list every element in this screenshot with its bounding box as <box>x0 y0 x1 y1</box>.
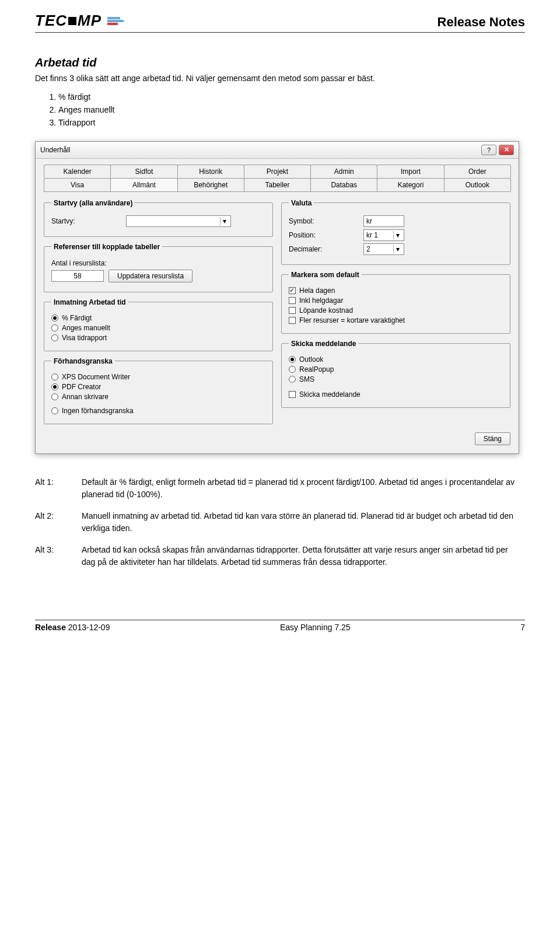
tab-projekt[interactable]: Projekt <box>244 165 311 178</box>
radio-fardigt[interactable]: % Färdigt <box>51 314 265 322</box>
tab-databas[interactable]: Databas <box>310 178 377 191</box>
alt-text: Default är % färdigt, enligt formeln arb… <box>82 472 525 505</box>
resurslista-count-input[interactable]: 58 <box>51 270 104 282</box>
legend-forhandsgranska: Förhandsgranska <box>51 357 115 365</box>
footer-release-label: Release <box>35 623 66 632</box>
tab-row-1: Kalender Sidfot Historik Projekt Admin I… <box>44 165 510 178</box>
logo-text-2: MP <box>78 12 102 30</box>
position-dropdown[interactable]: kr 1 ▾ <box>363 229 404 241</box>
radio-xps[interactable]: XPS Document Writer <box>51 373 265 381</box>
radio-icon <box>289 376 296 383</box>
checkbox-icon <box>289 391 296 398</box>
close-icon[interactable]: ✕ <box>499 145 514 155</box>
check-skicka-meddelande[interactable]: Skicka meddelande <box>289 390 503 399</box>
table-row: Alt 3: Arbetad tid kan också skapas från… <box>35 539 525 573</box>
logo-square-icon <box>68 17 76 25</box>
alt-key: Alt 1: <box>35 472 82 505</box>
alt-key: Alt 3: <box>35 539 82 573</box>
radio-label: Annan skrivare <box>62 393 108 401</box>
radio-ingen-forhandsgranska[interactable]: Ingen förhandsgranska <box>51 407 265 415</box>
decimal-dropdown[interactable]: 2 ▾ <box>363 243 404 255</box>
chevron-down-icon: ▾ <box>393 231 401 239</box>
radio-pdf-creator[interactable]: PDF Creator <box>51 383 265 391</box>
legend-startvy: Startvy (alla användare) <box>51 199 135 207</box>
alt-text: Arbetad tid kan också skapas från använd… <box>82 539 525 573</box>
decimal-value: 2 <box>366 245 370 253</box>
tab-historik[interactable]: Historik <box>177 165 244 178</box>
tab-admin[interactable]: Admin <box>310 165 377 178</box>
tab-allmant[interactable]: Allmänt <box>110 178 177 191</box>
tab-order[interactable]: Order <box>444 165 511 178</box>
legend-valuta: Valuta <box>289 199 314 207</box>
legend-inmatning: Inmatning Arbetad tid <box>51 298 128 306</box>
radio-visa-tidrapport[interactable]: Visa tidrapport <box>51 334 265 342</box>
dialog-body: Kalender Sidfot Historik Projekt Admin I… <box>36 159 519 453</box>
table-row: Alt 2: Manuell inmatning av arbetad tid.… <box>35 505 525 539</box>
stang-button[interactable]: Stäng <box>475 432 510 445</box>
fieldset-startvy: Startvy (alla användare) Startvy: ▾ <box>44 199 273 237</box>
tab-sidfot[interactable]: Sidfot <box>110 165 177 178</box>
table-row: Alt 1: Default är % färdigt, enligt form… <box>35 472 525 505</box>
check-fler-resurser[interactable]: Fler resurser = kortare varaktighet <box>289 316 503 324</box>
startvy-label: Startvy: <box>51 217 121 225</box>
radio-icon <box>51 407 58 414</box>
tab-visa[interactable]: Visa <box>44 178 111 191</box>
decimal-label: Decimaler: <box>289 245 359 253</box>
header-title: Release Notes <box>438 15 525 30</box>
check-hela-dagen[interactable]: Hela dagen <box>289 287 503 295</box>
dialog-panel: Startvy (alla användare) Startvy: ▾ Refe… <box>44 192 510 424</box>
alt-key: Alt 2: <box>35 505 82 539</box>
radio-icon <box>51 383 58 390</box>
left-column: Startvy (alla användare) Startvy: ▾ Refe… <box>44 199 273 424</box>
dialog-title: Underhåll <box>40 146 70 154</box>
footer-release: Release 2013-12-09 <box>35 623 110 632</box>
tab-kalender[interactable]: Kalender <box>44 165 111 178</box>
method-item: Tidrapport <box>58 116 525 129</box>
footer-release-date: 2013-12-09 <box>68 623 110 632</box>
chevron-down-icon: ▾ <box>220 217 228 225</box>
symbol-input[interactable]: kr <box>363 215 404 227</box>
fieldset-inmatning: Inmatning Arbetad tid % Färdigt Anges ma… <box>44 298 273 351</box>
tab-tabeller[interactable]: Tabeller <box>244 178 311 191</box>
methods-list: % färdigt Anges manuellt Tidrapport <box>58 90 525 130</box>
radio-annan-skrivare[interactable]: Annan skrivare <box>51 393 265 401</box>
radio-label: Anges manuellt <box>62 324 110 332</box>
legend-referenser: Referenser till kopplade tabeller <box>51 243 162 251</box>
check-inkl-helgdagar[interactable]: Inkl helgdagar <box>289 296 503 305</box>
radio-label: RealPopup <box>299 365 334 373</box>
radio-label: XPS Document Writer <box>62 373 130 381</box>
right-column: Valuta Symbol: kr Position: kr 1 ▾ Decim… <box>281 199 510 424</box>
radio-icon <box>51 324 58 331</box>
fieldset-valuta: Valuta Symbol: kr Position: kr 1 ▾ Decim… <box>281 199 510 265</box>
dialog-underhall: Underhåll ? ✕ Kalender Sidfot Historik P… <box>35 141 519 454</box>
tab-behorighet[interactable]: Behörighet <box>177 178 244 191</box>
radio-outlook[interactable]: Outlook <box>289 355 503 364</box>
uppdatera-resurslista-button[interactable]: Uppdatera resurslista <box>108 270 192 282</box>
radio-anges-manuellt[interactable]: Anges manuellt <box>51 324 265 332</box>
tab-outlook[interactable]: Outlook <box>444 178 511 191</box>
legend-skicka: Skicka meddelande <box>289 340 358 348</box>
radio-label: Visa tidrapport <box>62 334 107 342</box>
startvy-dropdown[interactable]: ▾ <box>126 215 231 227</box>
radio-icon <box>289 356 296 363</box>
tab-import[interactable]: Import <box>377 165 444 178</box>
checkbox-icon <box>289 317 296 324</box>
radio-realpopup[interactable]: RealPopup <box>289 365 503 373</box>
position-value: kr 1 <box>366 231 378 239</box>
dialog-titlebar: Underhåll ? ✕ <box>36 142 519 159</box>
radio-icon <box>289 366 296 373</box>
checkbox-icon <box>289 307 296 314</box>
method-item: Anges manuellt <box>58 103 525 116</box>
chevron-down-icon: ▾ <box>393 245 401 253</box>
radio-icon <box>51 334 58 341</box>
tab-kategori[interactable]: Kategori <box>377 178 444 191</box>
check-label: Löpande kostnad <box>299 306 353 315</box>
section-title: Arbetad tid <box>35 56 525 69</box>
check-label: Hela dagen <box>299 287 335 295</box>
check-lopande-kostnad[interactable]: Löpande kostnad <box>289 306 503 315</box>
help-button[interactable]: ? <box>481 145 496 155</box>
radio-label: PDF Creator <box>62 383 101 391</box>
radio-sms[interactable]: SMS <box>289 375 503 383</box>
symbol-label: Symbol: <box>289 217 359 225</box>
fieldset-markera: Markera som default Hela dagen Inkl helg… <box>281 271 510 334</box>
